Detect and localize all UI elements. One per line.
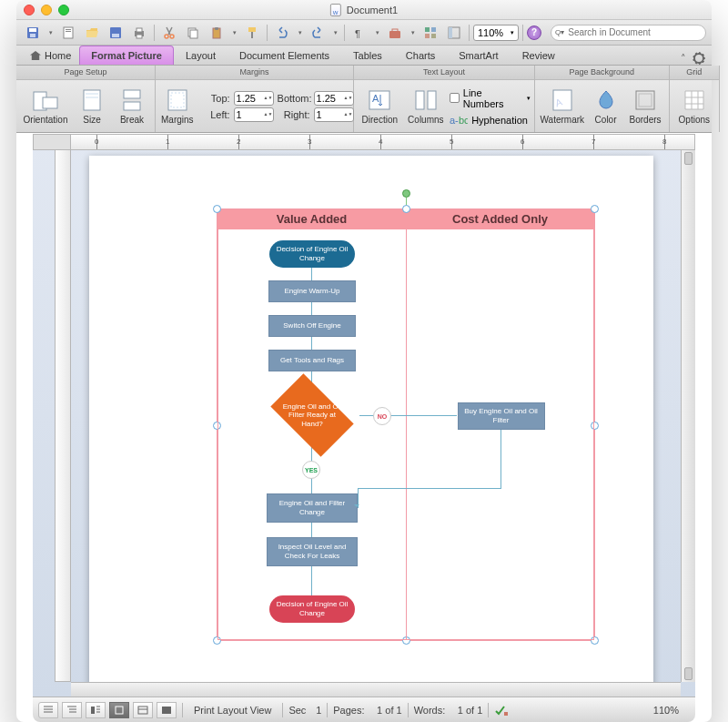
line-numbers-checkbox[interactable]: Line Numbers▾ — [450, 87, 531, 109]
ribbon-tabs: Home Format Picture Layout Document Elem… — [16, 46, 712, 66]
canvas[interactable]: Value Added Cost Added Only — [71, 150, 681, 682]
horizontal-scrollbar[interactable] — [71, 682, 681, 697]
view-publishing-icon[interactable] — [86, 702, 106, 718]
spellcheck-icon[interactable] — [494, 704, 509, 717]
cut-icon[interactable] — [158, 23, 180, 43]
view-print-layout-icon[interactable] — [109, 702, 129, 718]
svg-text:bc: bc — [459, 115, 468, 126]
svg-rect-45 — [91, 707, 95, 714]
svg-rect-23 — [431, 27, 436, 32]
svg-point-12 — [170, 35, 174, 38]
borders-button[interactable]: Borders — [625, 86, 664, 127]
margins-button[interactable]: Margins — [159, 86, 196, 127]
close-traffic-light[interactable] — [24, 5, 35, 15]
save-icon[interactable] — [22, 23, 44, 43]
save-alt-icon[interactable] — [105, 23, 126, 43]
undo-dropdown[interactable]: ▾ — [295, 23, 305, 43]
selected-object[interactable]: Value Added Cost Added Only — [217, 208, 595, 641]
top-margin-input[interactable]: 1.25▲▼ — [234, 91, 274, 106]
zoom-traffic-light[interactable] — [58, 5, 69, 15]
sidebar-icon[interactable] — [443, 23, 465, 43]
bottom-margin-input[interactable]: 1.25▲▼ — [314, 91, 354, 106]
zoom-combo[interactable]: 110%▾ — [473, 25, 519, 41]
rotate-handle[interactable] — [402, 189, 410, 198]
svg-rect-46 — [116, 707, 123, 714]
lane-cost-added: Buy Engine Oil and Oil Filter — [406, 229, 595, 640]
tab-tables[interactable]: Tables — [341, 46, 394, 65]
gallery-icon[interactable] — [420, 23, 441, 43]
left-margin-input[interactable]: 1▲▼ — [234, 107, 274, 122]
tab-layout[interactable]: Layout — [174, 46, 228, 65]
title-bar: Document1 — [16, 0, 712, 20]
tab-review[interactable]: Review — [511, 46, 567, 65]
minimize-traffic-light[interactable] — [41, 5, 52, 15]
new-doc-icon[interactable] — [57, 23, 79, 43]
tab-document-elements[interactable]: Document Elements — [228, 46, 341, 65]
home-icon — [30, 51, 41, 60]
vertical-scrollbar[interactable] — [681, 150, 695, 682]
help-icon[interactable]: ? — [527, 25, 541, 40]
resize-handle[interactable] — [591, 205, 599, 213]
tab-format-picture[interactable]: Format Picture — [79, 46, 174, 65]
show-hide-icon[interactable]: ¶ — [349, 23, 370, 43]
paste-icon[interactable] — [206, 23, 228, 43]
right-margin-input[interactable]: 1▲▼ — [314, 107, 354, 122]
status-bar: Print Layout View Sec 1 Pages: 1 of 1 Wo… — [33, 697, 695, 722]
direction-button[interactable]: ADirection — [358, 86, 402, 127]
format-painter-icon[interactable] — [241, 23, 263, 43]
svg-rect-27 — [449, 27, 452, 38]
gear-icon[interactable] — [693, 53, 704, 64]
paste-dropdown[interactable]: ▾ — [229, 23, 239, 43]
tab-smartart[interactable]: SmartArt — [447, 46, 510, 65]
tab-home[interactable]: Home — [22, 46, 79, 65]
hyphenation-checkbox[interactable]: a-bcHyphenation — [450, 115, 531, 126]
view-outline-icon[interactable] — [62, 702, 82, 718]
view-focus-icon[interactable] — [157, 702, 177, 718]
search-dropdown-icon[interactable]: Q▾ — [555, 28, 564, 36]
svg-rect-48 — [162, 707, 171, 714]
group-page-setup: Page Setup — [16, 66, 155, 80]
copy-icon[interactable] — [182, 23, 204, 43]
break-button[interactable]: Break — [113, 86, 151, 127]
svg-rect-44 — [639, 94, 652, 107]
page[interactable]: Value Added Cost Added Only — [89, 156, 653, 682]
process-buy: Buy Engine Oil and Oil Filter — [458, 402, 545, 430]
group-margins: Margins — [156, 66, 353, 80]
svg-rect-38 — [428, 91, 436, 109]
horizontal-ruler[interactable]: 012345678 — [71, 134, 695, 150]
search-input[interactable] — [568, 27, 702, 37]
process-tools: Get Tools and Rags — [268, 350, 356, 371]
columns-button[interactable]: Columns — [404, 86, 449, 127]
redo-dropdown[interactable]: ▾ — [330, 23, 340, 43]
lane-header-2: Cost Added Only — [406, 209, 594, 229]
toolbox-icon[interactable] — [384, 23, 406, 43]
undo-icon[interactable] — [271, 23, 293, 43]
resize-handle[interactable] — [402, 205, 410, 213]
watermark-button[interactable]: AWatermark — [539, 86, 586, 127]
ribbon: Page Setup Orientation Size Break Margin… — [16, 66, 712, 133]
view-notebook-icon[interactable] — [133, 702, 153, 718]
collapse-ribbon-icon[interactable]: ˄ — [681, 53, 686, 65]
print-icon[interactable] — [128, 23, 150, 43]
svg-rect-21 — [392, 29, 398, 32]
redo-icon[interactable] — [307, 23, 329, 43]
svg-rect-7 — [112, 34, 119, 37]
resize-handle[interactable] — [213, 205, 221, 213]
save-dropdown[interactable]: ▾ — [46, 23, 56, 43]
search-field[interactable]: Q▾ — [551, 25, 706, 41]
view-draft-icon[interactable] — [38, 702, 58, 718]
lane-header-1: Value Added — [217, 209, 406, 229]
svg-rect-32 — [124, 102, 140, 110]
size-button[interactable]: Size — [73, 86, 111, 127]
grid-options-button[interactable]: Options — [673, 86, 715, 127]
vertical-ruler[interactable] — [55, 150, 71, 682]
connector-no: NO — [373, 407, 391, 425]
process-inspect: Inspect Oil Level and Check For Leaks — [267, 537, 358, 566]
start-terminator: Decision of Engine Oil Change — [269, 240, 355, 268]
color-button[interactable]: Color — [588, 86, 624, 127]
open-icon[interactable] — [81, 23, 103, 43]
status-zoom[interactable]: 110% — [653, 705, 679, 716]
lane-value-added: Decision of Engine Oil Change Engine War… — [217, 229, 406, 640]
orientation-button[interactable]: Orientation — [20, 86, 71, 127]
tab-charts[interactable]: Charts — [394, 46, 447, 65]
